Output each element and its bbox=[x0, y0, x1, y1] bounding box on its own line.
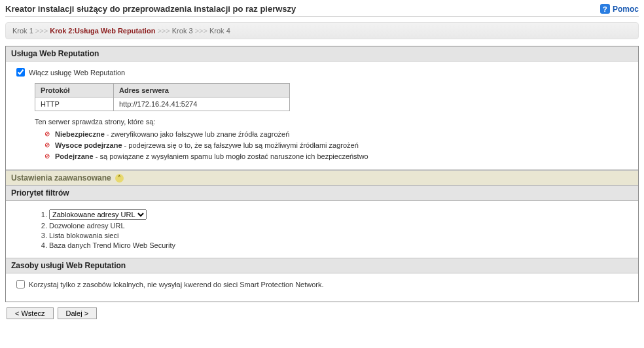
main-panel: Usługa Web Reputation Włącz usługę Web R… bbox=[5, 46, 639, 302]
breadcrumb-sep: >>> bbox=[35, 27, 48, 35]
filter-priority-list: Zablokowane adresy URL Dozwolone adresy … bbox=[49, 209, 628, 249]
enable-web-reputation-label: Włącz usługę Web Reputation bbox=[29, 69, 125, 77]
back-button[interactable]: < Wstecz bbox=[7, 307, 54, 319]
breadcrumb-step-1[interactable]: Krok 1 bbox=[12, 27, 33, 35]
table-row: HTTP http://172.16.24.41:5274 bbox=[35, 97, 290, 111]
local-resources-only-checkbox[interactable] bbox=[16, 280, 25, 288]
help-link[interactable]: ? Pomoc bbox=[600, 4, 639, 14]
server-table: Protokół Adres serwera HTTP http://172.1… bbox=[35, 83, 290, 111]
breadcrumb-step-4[interactable]: Krok 4 bbox=[209, 27, 230, 35]
cell-protocol: HTTP bbox=[35, 97, 114, 111]
section-header-resources: Zasoby usługi Web Reputation bbox=[6, 258, 638, 273]
breadcrumb: Krok 1 >>> Krok 2:Usługa Web Reputation … bbox=[5, 22, 639, 39]
section-header-filter-priority: Priorytet filtrów bbox=[6, 186, 638, 201]
breadcrumb-sep: >>> bbox=[195, 27, 207, 35]
list-item: Dozwolone adresy URL bbox=[49, 222, 628, 230]
page-title: Kreator instalacji służący do przeprowad… bbox=[5, 4, 296, 14]
list-item: Baza danych Trend Micro Web Security bbox=[49, 241, 628, 249]
breadcrumb-step-2: Krok 2:Usługa Web Reputation bbox=[50, 27, 155, 35]
advanced-settings-toggle[interactable]: Ustawienia zaawansowane ˄ bbox=[6, 170, 638, 186]
col-header-address: Adres serwera bbox=[114, 84, 290, 97]
local-resources-only-label: Korzystaj tylko z zasobów lokalnych, nie… bbox=[29, 281, 324, 288]
breadcrumb-step-3[interactable]: Krok 3 bbox=[172, 27, 193, 35]
col-header-protocol: Protokół bbox=[35, 84, 114, 97]
advanced-settings-label: Ustawienia zaawansowane bbox=[11, 173, 111, 183]
server-desc: Ten serwer sprawdza strony, które są: bbox=[35, 118, 628, 126]
section-header-web-reputation: Usługa Web Reputation bbox=[6, 46, 638, 61]
chevron-up-icon: ˄ bbox=[115, 174, 124, 183]
danger-icon: ⊘ bbox=[43, 141, 51, 149]
list-item: Lista blokowania sieci bbox=[49, 232, 628, 239]
bullet-dangerous: ⊘ Niebezpieczne - zweryfikowano jako fał… bbox=[43, 130, 628, 138]
enable-web-reputation-checkbox[interactable] bbox=[16, 68, 25, 77]
breadcrumb-sep: >>> bbox=[157, 27, 170, 35]
help-icon: ? bbox=[600, 4, 610, 14]
list-item: Zablokowane adresy URL bbox=[49, 209, 628, 220]
next-button[interactable]: Dalej > bbox=[58, 307, 98, 319]
danger-icon: ⊘ bbox=[43, 152, 51, 160]
cell-address: http://172.16.24.41:5274 bbox=[114, 97, 290, 111]
help-label: Pomoc bbox=[613, 5, 639, 14]
priority-1-select[interactable]: Zablokowane adresy URL bbox=[49, 209, 147, 220]
bullet-suspicious: ⊘ Podejrzane - są powiązane z wysyłaniem… bbox=[43, 152, 628, 160]
danger-icon: ⊘ bbox=[43, 130, 51, 138]
bullet-highly-suspicious: ⊘ Wysoce podejrzane - podejrzewa się o t… bbox=[43, 141, 628, 149]
